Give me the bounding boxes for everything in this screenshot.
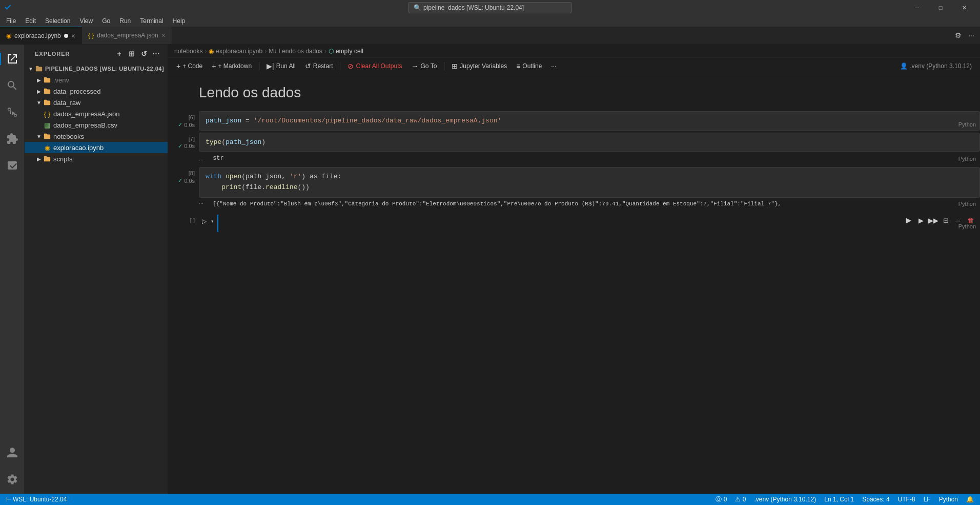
- tree-item-venv[interactable]: ▶ .venv: [25, 74, 168, 86]
- breadcrumb-exploracao[interactable]: ◉ exploracao.ipynb: [209, 48, 262, 55]
- menu-view[interactable]: View: [75, 16, 97, 26]
- tree-item-root[interactable]: ▼ PIPELINE_DADOS [WSL: UBUNTU-22.04]: [25, 63, 168, 74]
- sidebar-new-file-btn[interactable]: +: [114, 49, 125, 59]
- activity-source-control[interactable]: [0, 100, 25, 124]
- tab-dados-json[interactable]: { } dados_empresaA.json ×: [82, 27, 172, 44]
- kernel-label: .venv (Python 3.10.12): [910, 62, 972, 70]
- tab-close-icon[interactable]: ×: [71, 32, 75, 40]
- tab-close-icon2[interactable]: ×: [161, 31, 166, 39]
- title-search-bar[interactable]: 🔍 pipeline_dados [WSL: Ubuntu-22.04]: [408, 2, 572, 13]
- tree-item-data-processed[interactable]: ▶ data_processed: [25, 86, 168, 97]
- code-p2: ) as file:: [301, 173, 341, 180]
- tree-item-dados-json[interactable]: { } dados_empresaA.json: [25, 108, 168, 119]
- cell-run-dropdown[interactable]: ▾: [209, 216, 215, 226]
- sidebar-refresh-btn[interactable]: ↺: [139, 49, 149, 59]
- tree-label-exploracao: exploracao.ipynb: [53, 144, 104, 152]
- activity-account[interactable]: [0, 440, 25, 465]
- jupyter-vars-button[interactable]: ⊞ Jupyter Variables: [447, 60, 511, 72]
- status-errors[interactable]: ⓪ 0: [713, 494, 729, 505]
- outline-button[interactable]: ≡ Outline: [512, 60, 546, 72]
- code-paren: (: [221, 138, 226, 146]
- tab-action-more[interactable]: ···: [966, 30, 977, 41]
- menu-file[interactable]: File: [2, 16, 20, 26]
- activity-extensions[interactable]: [0, 127, 25, 151]
- add-icon: +: [176, 62, 180, 70]
- code-var2: path_json: [226, 138, 261, 146]
- go-to-button[interactable]: → Go To: [407, 60, 441, 72]
- cell-empty-gutter: [ ]: [168, 214, 199, 233]
- more-button[interactable]: ···: [547, 61, 560, 71]
- breadcrumb-notebooks[interactable]: notebooks: [174, 48, 202, 55]
- activity-search[interactable]: [0, 73, 25, 98]
- kernel-info[interactable]: 👤 .venv (Python 3.10.12): [900, 62, 976, 70]
- status-notifications[interactable]: 🔔: [964, 494, 976, 505]
- status-warnings[interactable]: ⚠ 0: [733, 494, 748, 505]
- menu-run[interactable]: Run: [115, 16, 135, 26]
- outline-label: Outline: [522, 62, 542, 70]
- minimize-button[interactable]: ─: [905, 0, 929, 15]
- menu-selection[interactable]: Selection: [41, 16, 74, 26]
- activity-test[interactable]: [0, 153, 25, 178]
- sidebar-more-btn[interactable]: ···: [151, 49, 161, 59]
- tree-icon-dados-json: { }: [43, 110, 51, 118]
- run-all-button[interactable]: ▶| Run All: [262, 60, 300, 72]
- status-bar-right: ⓪ 0 ⚠ 0 .venv (Python 3.10.12) Ln 1, Col…: [713, 494, 976, 505]
- code-with: with: [206, 173, 221, 180]
- sidebar-new-folder-btn[interactable]: ⊞: [127, 49, 137, 59]
- jupyter-vars-label: Jupyter Variables: [460, 62, 507, 70]
- status-encoding[interactable]: UTF-8: [896, 494, 917, 505]
- status-lang[interactable]: Python: [937, 494, 960, 505]
- cell-run-above-btn[interactable]: [903, 215, 914, 226]
- restart-icon: ↺: [305, 62, 311, 70]
- tree-label-data-raw: data_raw: [53, 99, 80, 107]
- empty-cell-input[interactable]: [217, 214, 980, 233]
- status-remote[interactable]: ⊢ WSL: Ubuntu-22.04: [4, 494, 69, 505]
- status-lang-label: Python: [939, 496, 958, 503]
- cell-6-time: 0.0s: [184, 122, 195, 128]
- add-code-button[interactable]: + + Code: [172, 60, 207, 72]
- restart-button[interactable]: ↺ Restart: [301, 60, 337, 72]
- outline-icon: ≡: [516, 62, 520, 70]
- tree-item-exploracao[interactable]: ◉ exploracao.ipynb: [25, 142, 168, 153]
- activity-explorer[interactable]: [0, 47, 25, 71]
- clear-outputs-button[interactable]: ⊘ Clear All Outputs: [343, 60, 406, 72]
- cell-7-code[interactable]: type(path_json): [199, 133, 980, 152]
- status-eol[interactable]: LF: [922, 494, 933, 505]
- tree-arrow-venv: ▶: [35, 76, 43, 84]
- activity-settings[interactable]: [0, 467, 25, 492]
- cell-more-btn[interactable]: ···: [952, 215, 964, 226]
- tab-exploracao-ipynb[interactable]: ◉ exploracao.ipynb ×: [0, 27, 82, 44]
- breadcrumb-sep2: ›: [264, 48, 267, 55]
- breadcrumb-empty-cell[interactable]: ⬡ empty cell: [329, 48, 363, 55]
- cell-6-lang: Python: [958, 121, 976, 128]
- tree-item-notebooks[interactable]: ▼ notebooks: [25, 131, 168, 142]
- cell-delete-btn[interactable]: 🗑: [965, 215, 976, 226]
- breadcrumb-lendo[interactable]: M↓ Lendo os dados: [269, 48, 322, 55]
- status-line-col[interactable]: Ln 1, Col 1: [822, 494, 856, 505]
- cell-split-btn[interactable]: ⊟: [940, 215, 951, 226]
- restart-label: Restart: [313, 62, 333, 70]
- tree-label-notebooks: notebooks: [53, 133, 84, 140]
- tree-item-dados-csv[interactable]: ▦ dados_empresaB.csv: [25, 119, 168, 131]
- tree-icon-data-processed: [43, 87, 51, 95]
- status-kernel[interactable]: .venv (Python 3.10.12): [752, 494, 818, 505]
- tab-action-settings[interactable]: ⚙: [952, 30, 964, 41]
- cell-6-code[interactable]: path_json = '/root/Documentos/pipeline_d…: [199, 111, 980, 131]
- notebook-area: notebooks › ◉ exploracao.ipynb › M↓ Lend…: [168, 45, 980, 494]
- close-button[interactable]: ✕: [952, 0, 976, 15]
- tree-item-data-raw[interactable]: ▼ data_raw: [25, 97, 168, 108]
- cell-run-below-btn[interactable]: ▶▶: [928, 215, 939, 226]
- menu-help[interactable]: Help: [169, 16, 190, 26]
- cell-run-btn-toolbar[interactable]: ▶: [915, 215, 927, 226]
- tree-item-scripts[interactable]: ▶ scripts: [25, 153, 168, 164]
- status-spaces[interactable]: Spaces: 4: [860, 494, 891, 505]
- cell-8-code[interactable]: with open(path_json, 'r') as file: print…: [199, 167, 980, 198]
- maximize-button[interactable]: □: [929, 0, 952, 15]
- code-op: =: [241, 117, 253, 124]
- tab-ipynb-icon: ◉: [6, 32, 11, 39]
- menu-edit[interactable]: Edit: [21, 16, 40, 26]
- menu-terminal[interactable]: Terminal: [136, 16, 167, 26]
- add-markdown-button[interactable]: + + Markdown: [208, 60, 256, 72]
- cell-run-button[interactable]: ▷: [199, 216, 209, 226]
- menu-go[interactable]: Go: [98, 16, 114, 26]
